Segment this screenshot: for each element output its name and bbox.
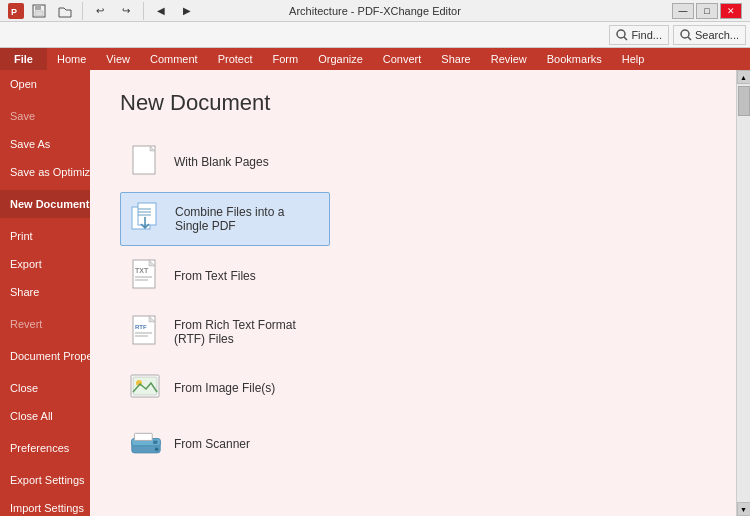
- scrollbar[interactable]: ▲ ▼: [736, 70, 750, 516]
- menu-home[interactable]: Home: [47, 48, 96, 70]
- redo-btn[interactable]: ↪: [115, 0, 137, 22]
- undo-btn[interactable]: ↩: [89, 0, 111, 22]
- combine-files-icon: [131, 201, 163, 237]
- menu-share[interactable]: Share: [431, 48, 480, 70]
- svg-rect-4: [35, 11, 43, 16]
- title-bar: P ↩ ↪ ◀ ▶ Architecture - PDF-XChange Edi…: [0, 0, 750, 22]
- scanner-icon: [130, 426, 162, 462]
- sidebar-item-print[interactable]: Print: [0, 222, 90, 250]
- svg-rect-12: [138, 203, 156, 225]
- text-file-icon: TXT: [130, 258, 162, 294]
- option-rtf-files[interactable]: RTF From Rich Text Format (RTF) Files: [120, 306, 330, 358]
- svg-rect-3: [35, 5, 41, 10]
- sidebar-item-save-as[interactable]: Save As: [0, 130, 90, 158]
- toolbar-sep-1: [82, 2, 83, 20]
- main-toolbar: Find... Search...: [0, 22, 750, 48]
- menu-file[interactable]: File: [0, 48, 47, 70]
- rtf-file-icon: RTF: [130, 314, 162, 350]
- sidebar-item-export[interactable]: Export: [0, 250, 90, 278]
- menu-bar: File Home View Comment Protect Form Orga…: [0, 48, 750, 70]
- sidebar-item-new-document[interactable]: New Document: [0, 190, 90, 218]
- app-icon: P: [8, 3, 24, 19]
- menu-protect[interactable]: Protect: [208, 48, 263, 70]
- content-area: New Document With Blank Pages: [90, 70, 750, 516]
- text-files-label: From Text Files: [174, 269, 256, 283]
- title-bar-left: P ↩ ↪ ◀ ▶: [8, 0, 198, 22]
- svg-rect-32: [153, 440, 157, 444]
- main-layout: Open Save Save As Save as Optimized New …: [0, 70, 750, 516]
- image-files-label: From Image File(s): [174, 381, 275, 395]
- sidebar-item-save-optimized[interactable]: Save as Optimized: [0, 158, 90, 186]
- svg-point-5: [617, 30, 625, 38]
- menu-view[interactable]: View: [96, 48, 140, 70]
- rtf-files-label: From Rich Text Format (RTF) Files: [174, 318, 320, 346]
- forward-btn[interactable]: ▶: [176, 0, 198, 22]
- save-quick-btn[interactable]: [28, 0, 50, 22]
- sidebar-item-import-settings[interactable]: Import Settings: [0, 494, 90, 516]
- sidebar-item-save[interactable]: Save: [0, 102, 90, 130]
- blank-page-icon: [130, 144, 162, 180]
- open-quick-btn[interactable]: [54, 0, 76, 22]
- sidebar-item-close-all[interactable]: Close All: [0, 402, 90, 430]
- find-icon: [616, 29, 628, 41]
- sidebar-item-export-settings[interactable]: Export Settings: [0, 466, 90, 494]
- svg-line-8: [688, 37, 691, 40]
- svg-point-33: [155, 448, 159, 452]
- menu-form[interactable]: Form: [263, 48, 309, 70]
- menu-bookmarks[interactable]: Bookmarks: [537, 48, 612, 70]
- svg-text:TXT: TXT: [135, 267, 149, 274]
- option-scanner[interactable]: From Scanner: [120, 418, 330, 470]
- back-btn[interactable]: ◀: [150, 0, 172, 22]
- scroll-thumb[interactable]: [738, 86, 750, 116]
- sidebar-item-doc-props[interactable]: Document Properties: [0, 342, 90, 370]
- toolbar-sep-2: [143, 2, 144, 20]
- find-button[interactable]: Find...: [609, 25, 669, 45]
- sidebar-item-revert[interactable]: Revert: [0, 310, 90, 338]
- minimize-btn[interactable]: —: [672, 3, 694, 19]
- image-file-icon: [130, 370, 162, 406]
- page-title: New Document: [120, 90, 720, 116]
- option-text-files[interactable]: TXT From Text Files: [120, 250, 330, 302]
- option-combine-files[interactable]: Combine Files into a Single PDF: [120, 192, 330, 246]
- svg-point-7: [681, 30, 689, 38]
- svg-text:P: P: [11, 7, 17, 17]
- blank-pages-label: With Blank Pages: [174, 155, 269, 169]
- svg-text:RTF: RTF: [135, 324, 147, 330]
- menu-help[interactable]: Help: [612, 48, 655, 70]
- content-inner: New Document With Blank Pages: [90, 70, 750, 494]
- scanner-label: From Scanner: [174, 437, 250, 451]
- sidebar-item-preferences[interactable]: Preferences: [0, 434, 90, 462]
- svg-line-6: [624, 37, 627, 40]
- search-label: Search...: [695, 29, 739, 41]
- option-image-files[interactable]: From Image File(s): [120, 362, 330, 414]
- scroll-down-btn[interactable]: ▼: [737, 502, 751, 516]
- menu-review[interactable]: Review: [481, 48, 537, 70]
- scroll-up-btn[interactable]: ▲: [737, 70, 751, 84]
- combine-files-label: Combine Files into a Single PDF: [175, 205, 319, 233]
- option-blank-pages[interactable]: With Blank Pages: [120, 136, 330, 188]
- sidebar-item-close[interactable]: Close: [0, 374, 90, 402]
- svg-rect-31: [134, 433, 152, 440]
- menu-comment[interactable]: Comment: [140, 48, 208, 70]
- close-btn[interactable]: ✕: [720, 3, 742, 19]
- sidebar-item-open[interactable]: Open: [0, 70, 90, 98]
- find-label: Find...: [631, 29, 662, 41]
- menu-convert[interactable]: Convert: [373, 48, 432, 70]
- sidebar-item-share[interactable]: Share: [0, 278, 90, 306]
- scroll-track: [737, 84, 750, 502]
- search-button[interactable]: Search...: [673, 25, 746, 45]
- maximize-btn[interactable]: □: [696, 3, 718, 19]
- window-controls: — □ ✕: [672, 3, 742, 19]
- toolbar-right: Find... Search...: [609, 25, 746, 45]
- search-icon: [680, 29, 692, 41]
- menu-organize[interactable]: Organize: [308, 48, 373, 70]
- sidebar: Open Save Save As Save as Optimized New …: [0, 70, 90, 516]
